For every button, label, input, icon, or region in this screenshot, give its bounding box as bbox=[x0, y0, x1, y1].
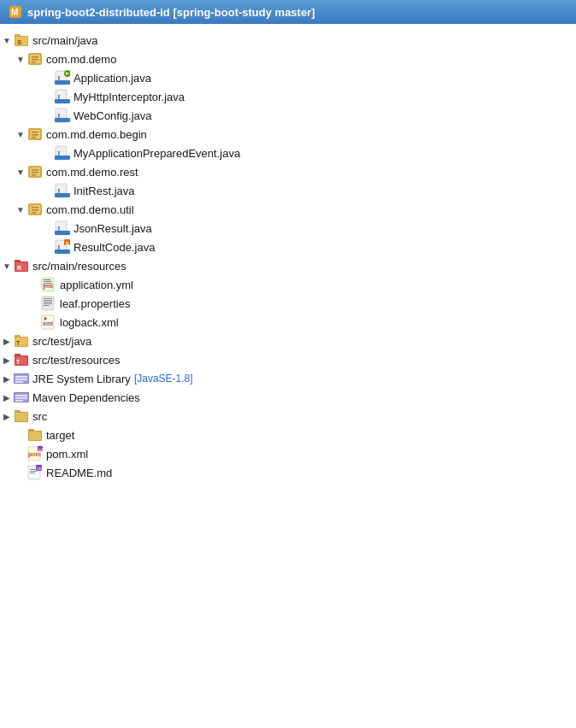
svg-text:xml: xml bbox=[43, 320, 53, 326]
tree-arrow bbox=[14, 203, 27, 216]
tree-node-logback.xml[interactable]: xml logback.xml bbox=[0, 313, 576, 332]
svg-rect-86 bbox=[15, 397, 27, 399]
test-src-folder-icon: T bbox=[14, 333, 32, 349]
svg-rect-41 bbox=[32, 209, 38, 211]
node-label: com.md.demo.begin bbox=[46, 128, 147, 141]
svg-rect-42 bbox=[32, 212, 36, 214]
node-label: Application.java bbox=[73, 72, 151, 85]
svg-rect-37 bbox=[55, 193, 70, 197]
svg-rect-103 bbox=[30, 473, 35, 473]
tree-arrow bbox=[27, 315, 41, 329]
svg-rect-57 bbox=[44, 279, 50, 280]
tree-node-MyHttpInterceptor.java[interactable]: J MyHttpInterceptor.java bbox=[0, 87, 576, 106]
tree-arrow bbox=[0, 372, 14, 385]
svg-rect-65 bbox=[44, 303, 52, 304]
svg-rect-32 bbox=[32, 169, 38, 171]
tree-node-src[interactable]: src bbox=[0, 407, 576, 426]
test-resources-folder-icon: T bbox=[14, 352, 32, 367]
svg-rect-90 bbox=[15, 413, 27, 421]
tree-arrow bbox=[14, 165, 27, 179]
svg-text:T: T bbox=[16, 359, 21, 365]
tree-arrow bbox=[41, 184, 55, 197]
title-text: spring-boot2-distributed-id [spring-boot… bbox=[27, 6, 315, 19]
svg-rect-8 bbox=[32, 56, 38, 58]
properties-icon bbox=[41, 296, 60, 311]
package-icon bbox=[27, 51, 46, 67]
tree-node-pom.xml[interactable]: pom xmlpom.xml bbox=[0, 444, 576, 463]
tree-arrow bbox=[41, 90, 55, 103]
svg-rect-93 bbox=[29, 432, 41, 440]
package-icon bbox=[27, 202, 46, 217]
svg-rect-101 bbox=[30, 469, 37, 470]
tree-node-Application.java[interactable]: J Application.java bbox=[0, 68, 576, 87]
tree-node-README.md[interactable]: md README.md bbox=[0, 463, 576, 482]
tree-arrow bbox=[41, 71, 55, 85]
svg-rect-21 bbox=[55, 118, 70, 122]
yml-icon: yml bbox=[41, 277, 60, 292]
tree-arrow bbox=[41, 109, 55, 122]
tree-arrow bbox=[27, 278, 41, 291]
svg-rect-63 bbox=[44, 300, 52, 301]
tree-node-maven-dependencies[interactable]: Maven Dependencies bbox=[0, 388, 576, 407]
package-icon bbox=[27, 126, 46, 142]
tree-node-JsonResult.java[interactable]: J JsonResult.java bbox=[0, 219, 576, 238]
tree-arrow bbox=[0, 353, 14, 367]
node-label: src/main/resources bbox=[32, 260, 126, 273]
tree-node-com-md-demo[interactable]: com.md.demo bbox=[0, 50, 576, 68]
package-icon bbox=[27, 164, 46, 179]
node-label: InitRest.java bbox=[73, 185, 135, 197]
tree-node-ResultCode.java[interactable]: J EResultCode.java bbox=[0, 238, 576, 256]
tree-node-src-test-resources[interactable]: Tsrc/test/resources bbox=[0, 350, 576, 369]
tree-arrow bbox=[0, 259, 14, 273]
xml-pom-icon: pom xml bbox=[27, 446, 46, 461]
tree-node-InitRest.java[interactable]: J InitRest.java bbox=[0, 181, 576, 200]
svg-rect-85 bbox=[15, 395, 27, 396]
svg-text:M: M bbox=[11, 8, 18, 17]
tree-node-application.yml[interactable]: yml application.yml bbox=[0, 275, 576, 294]
tree-arrow bbox=[14, 52, 27, 66]
java-enum-icon: J E bbox=[55, 239, 73, 255]
tree-node-src-main-resources[interactable]: Rsrc/main/resources bbox=[0, 256, 576, 275]
tree-arrow bbox=[0, 33, 14, 47]
node-label: com.md.demo bbox=[46, 53, 116, 66]
tree-node-target[interactable]: target bbox=[0, 426, 576, 444]
svg-rect-60 bbox=[44, 285, 50, 285]
svg-rect-82 bbox=[15, 381, 23, 383]
svg-text:xml: xml bbox=[38, 447, 43, 452]
svg-rect-102 bbox=[30, 471, 37, 472]
svg-rect-33 bbox=[32, 172, 38, 173]
xml-icon: xml bbox=[41, 314, 60, 330]
tree-node-leaf.properties[interactable]: leaf.properties bbox=[0, 294, 576, 313]
svg-rect-25 bbox=[32, 134, 38, 136]
tree-node-WebConfig.java[interactable]: J WebConfig.java bbox=[0, 106, 576, 125]
node-label: com.md.demo.util bbox=[46, 203, 134, 216]
java-icon: J bbox=[55, 183, 73, 198]
tree-node-com-md-demo-util[interactable]: com.md.demo.util bbox=[0, 200, 576, 219]
tree-node-src-main-java[interactable]: Ssrc/main/java bbox=[0, 31, 576, 50]
resources-folder-icon: R bbox=[14, 258, 32, 273]
tree-node-src-test-java[interactable]: Tsrc/test/java bbox=[0, 332, 576, 350]
tree-node-com-md-demo-begin[interactable]: com.md.demo.begin bbox=[0, 125, 576, 144]
node-label: Maven Dependencies bbox=[32, 391, 140, 404]
svg-rect-58 bbox=[44, 281, 52, 282]
tree-arrow bbox=[41, 240, 55, 254]
project-icon: M bbox=[9, 5, 22, 19]
node-label: WebConfig.java bbox=[73, 109, 152, 122]
svg-rect-45 bbox=[55, 231, 70, 235]
svg-text:S: S bbox=[17, 38, 22, 46]
tree-node-com-md-demo-rest[interactable]: com.md.demo.rest bbox=[0, 162, 576, 181]
tree-arrow bbox=[14, 447, 27, 461]
node-label: src/main/java bbox=[32, 34, 98, 47]
node-label: MyApplicationPreparedEvent.java bbox=[73, 147, 240, 160]
node-label: logback.xml bbox=[60, 316, 119, 329]
svg-rect-10 bbox=[32, 62, 36, 63]
node-label: pom.xml bbox=[46, 448, 88, 461]
tree-node-jre-system-library[interactable]: JRE System Library[JavaSE-1.8] bbox=[0, 369, 576, 388]
svg-rect-62 bbox=[44, 298, 52, 299]
java-icon: J bbox=[55, 108, 73, 123]
node-label: src/test/java bbox=[32, 335, 91, 348]
library-icon bbox=[14, 390, 32, 405]
tree-arrow bbox=[14, 127, 27, 141]
tree-node-MyApplicationPreparedEvent.java[interactable]: J MyApplicationPreparedEvent.java bbox=[0, 144, 576, 162]
node-label: com.md.demo.rest bbox=[46, 166, 138, 179]
